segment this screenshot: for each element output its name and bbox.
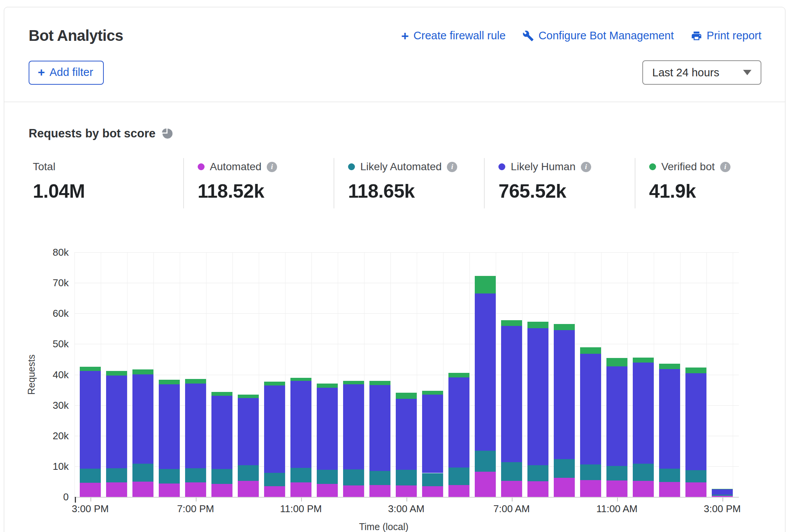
bar-segment-automated: [448, 485, 469, 497]
bar-segment-likely-automated: [317, 470, 338, 484]
stat-value: 118.52k: [198, 180, 334, 202]
bar-segment-automated: [554, 478, 575, 497]
bar-segment-likely-human: [422, 395, 443, 473]
filter-row: + Add filter Last 24 hours: [4, 44, 785, 85]
action-label: Create firewall rule: [413, 29, 506, 42]
bar-segment-verified-bot: [527, 322, 548, 328]
add-filter-label: Add filter: [50, 66, 93, 79]
bar-segment-likely-automated: [712, 495, 733, 496]
bar-segment-verified-bot: [132, 369, 153, 374]
bar-segment-verified-bot: [396, 393, 417, 399]
stat-value: 765.52k: [498, 180, 634, 202]
bar-segment-likely-automated: [475, 451, 496, 472]
bar-segment-likely-human: [633, 363, 654, 463]
bar-segment-likely-automated: [238, 465, 259, 481]
add-filter-button[interactable]: + Add filter: [29, 61, 104, 85]
bar-segment-automated: [317, 484, 338, 497]
bar-segment-verified-bot: [633, 358, 654, 363]
bar-segment-likely-human: [264, 385, 285, 472]
gridline-v: [338, 252, 338, 497]
info-icon[interactable]: i: [581, 162, 591, 172]
bar-segment-verified-bot: [343, 381, 364, 384]
header-divider: [4, 102, 785, 102]
bar-segment-verified-bot: [606, 358, 627, 366]
gridline-v: [417, 252, 417, 497]
y-axis-tick-label: 50k: [23, 338, 69, 350]
info-icon[interactable]: i: [447, 162, 457, 172]
time-range-select[interactable]: Last 24 hours: [642, 60, 761, 85]
bar-segment-automated: [290, 482, 311, 497]
gridline-v: [180, 252, 180, 497]
action-create-firewall-rule[interactable]: +Create firewall rule: [401, 29, 506, 42]
bar-segment-verified-bot: [685, 368, 706, 373]
bar-segment-likely-automated: [264, 473, 285, 486]
stat-label: Verified bot: [661, 161, 715, 173]
gridline-v: [285, 252, 285, 497]
bar-segment-automated: [185, 482, 206, 497]
likely-automated-legend-dot: [348, 163, 355, 170]
page-title: Bot Analytics: [29, 27, 123, 44]
automated-legend-dot: [198, 163, 205, 170]
bar-segment-verified-bot: [369, 381, 390, 385]
gridline-h: [74, 283, 739, 283]
bar-segment-automated: [396, 485, 417, 497]
bar-segment-likely-human: [606, 366, 627, 466]
bar-segment-verified-bot: [238, 395, 259, 398]
stat-automated: Automatedi118.52k: [183, 158, 334, 208]
requests-by-bot-score-chart: 010k20k30k40k50k60k70k80k3:00 PM7:00 PM1…: [0, 244, 790, 532]
bar-segment-likely-human: [685, 373, 706, 470]
bar-segment-likely-human: [580, 354, 601, 464]
action-print-report[interactable]: Print report: [691, 29, 761, 42]
gridline-v: [469, 252, 470, 497]
bar-segment-likely-human: [80, 371, 101, 469]
gridline-v: [706, 252, 707, 497]
info-icon[interactable]: i: [720, 162, 730, 172]
bar-segment-likely-automated: [422, 473, 443, 486]
gridline-v: [311, 252, 312, 497]
time-range-value: Last 24 hours: [652, 66, 719, 79]
bar-segment-automated: [106, 482, 127, 497]
printer-icon: [691, 30, 702, 42]
x-axis-tick-label: 11:00 PM: [271, 503, 332, 515]
x-axis-tick: [90, 498, 91, 501]
header-actions: +Create firewall ruleConfigure Bot Manag…: [401, 29, 761, 42]
bar-segment-automated: [369, 485, 390, 497]
bar-segment-likely-automated: [290, 468, 311, 482]
bar-segment-likely-automated: [132, 464, 153, 482]
info-icon[interactable]: i: [267, 162, 277, 172]
bar-segment-likely-automated: [106, 468, 127, 482]
chevron-down-icon: [743, 70, 751, 75]
stat-value: 118.65k: [348, 180, 484, 202]
bar-segment-likely-human: [211, 396, 232, 469]
bar-segment-likely-human: [185, 384, 206, 468]
bar-segment-likely-automated: [343, 469, 364, 485]
bar-segment-verified-bot: [264, 382, 285, 385]
gridline-v: [627, 252, 628, 497]
bar-segment-verified-bot: [448, 373, 469, 377]
y-axis-tick-label: 80k: [23, 247, 69, 258]
x-axis-tick-label: 11:00 AM: [587, 503, 648, 515]
bar-segment-likely-automated: [369, 471, 390, 485]
stats-row: Total 1.04M Automatedi118.52kLikely Auto…: [33, 158, 785, 208]
bar-segment-likely-human: [369, 385, 390, 471]
stat-total-value: 1.04M: [33, 180, 183, 202]
gridline-h: [74, 313, 739, 314]
bar-segment-likely-human: [448, 377, 469, 468]
bar-segment-likely-automated: [396, 470, 417, 485]
bar-segment-automated: [606, 480, 627, 497]
x-axis-tick: [406, 498, 407, 501]
bar-segment-likely-human: [659, 369, 680, 469]
bar-segment-likely-automated: [159, 469, 180, 484]
gridline-v: [443, 252, 443, 497]
bar-segment-likely-automated: [633, 464, 654, 481]
gridline-v: [733, 252, 733, 497]
y-axis-tick-label: 30k: [23, 400, 69, 411]
bar-segment-verified-bot: [422, 391, 443, 395]
bar-segment-automated: [527, 481, 548, 497]
bar-segment-automated: [475, 472, 496, 497]
gridline-v: [127, 252, 127, 497]
action-configure-bot-management[interactable]: Configure Bot Management: [522, 29, 674, 42]
stat-value: 41.9k: [649, 180, 785, 202]
x-axis-tick: [722, 498, 723, 501]
bar-segment-verified-bot: [106, 371, 127, 376]
